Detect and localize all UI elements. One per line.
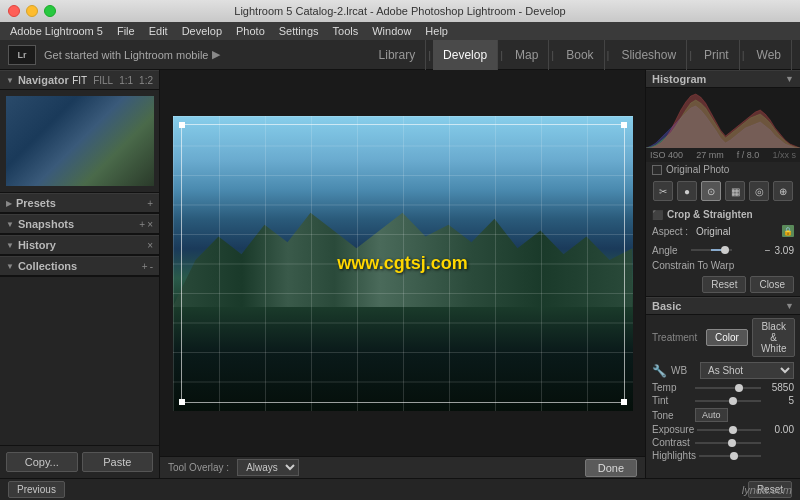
histogram-menu[interactable]: ▼ — [785, 74, 794, 84]
done-button[interactable]: Done — [585, 459, 637, 477]
focal-value: 27 mm — [696, 150, 724, 160]
snapshots-plus[interactable]: + — [139, 219, 145, 230]
lr-mobile-arrow: ▶ — [212, 48, 220, 61]
close-button[interactable] — [8, 5, 20, 17]
nav-fit-btn[interactable]: FIT — [72, 75, 87, 86]
temp-thumb[interactable] — [735, 384, 743, 392]
menu-file[interactable]: File — [111, 22, 141, 40]
snapshots-label: Snapshots — [18, 218, 139, 230]
aspect-lock-icon[interactable]: 🔒 — [782, 225, 794, 237]
menu-develop[interactable]: Develop — [176, 22, 228, 40]
basic-header[interactable]: Basic ▼ — [646, 297, 800, 315]
presets-plus[interactable]: + — [147, 198, 153, 209]
basic-menu-icon[interactable]: ▼ — [785, 301, 794, 311]
histogram-header[interactable]: Histogram ▼ — [646, 70, 800, 88]
tool-redeye[interactable]: ⊙ — [701, 181, 721, 201]
separator: | — [426, 40, 433, 70]
tone-label: Tone — [652, 410, 692, 421]
highlights-thumb[interactable] — [730, 452, 738, 460]
separator: | — [498, 40, 505, 70]
separator: | — [687, 40, 694, 70]
previous-button[interactable]: Previous — [8, 481, 65, 498]
angle-slider[interactable] — [691, 244, 732, 256]
center-toolbar: Tool Overlay : Always Done — [160, 456, 645, 478]
contrast-thumb[interactable] — [728, 439, 736, 447]
navigator-header[interactable]: ▼ Navigator FIT FILL 1:1 1:2 — [0, 70, 159, 90]
lr-mobile-text[interactable]: Get started with Lightroom mobile — [44, 49, 208, 61]
tint-slider[interactable] — [695, 396, 761, 406]
menu-help[interactable]: Help — [419, 22, 454, 40]
presets-header[interactable]: ▶ Presets + — [0, 193, 159, 213]
module-web[interactable]: Web — [747, 40, 792, 70]
wb-eyedropper-icon[interactable]: 🔧 — [652, 364, 667, 378]
exposure-thumb[interactable] — [729, 426, 737, 434]
center-panel: www.cgtsj.com Tool Overlay : Always Done — [160, 70, 645, 478]
wb-select[interactable]: As Shot — [700, 362, 794, 379]
tool-label: Crop & Straighten — [667, 209, 753, 220]
navigator-triangle: ▼ — [6, 76, 14, 85]
highlights-slider[interactable] — [699, 451, 761, 461]
snapshots-x[interactable]: × — [147, 219, 153, 230]
exposure-slider[interactable] — [697, 425, 761, 435]
history-header[interactable]: ▼ History × — [0, 235, 159, 255]
snapshots-section: ▼ Snapshots + × — [0, 214, 159, 235]
menu-tools[interactable]: Tools — [327, 22, 365, 40]
module-print[interactable]: Print — [694, 40, 740, 70]
nav-fill-btn[interactable]: FILL — [93, 75, 113, 86]
module-book[interactable]: Book — [556, 40, 604, 70]
collections-plus[interactable]: + — [142, 261, 148, 272]
tool-adjustment[interactable]: ⊕ — [773, 181, 793, 201]
navigator-thumbnail[interactable] — [6, 96, 154, 186]
tool-overlay-label: Tool Overlay : — [168, 462, 229, 473]
menu-lightroom[interactable]: Adobe Lightroom 5 — [4, 22, 109, 40]
collections-header[interactable]: ▼ Collections + - — [0, 256, 159, 276]
angle-label: Angle — [652, 245, 687, 256]
bw-button[interactable]: Black & White — [752, 318, 796, 357]
tint-thumb[interactable] — [729, 397, 737, 405]
exposure-track — [697, 429, 761, 431]
original-photo-checkbox[interactable] — [652, 165, 662, 175]
angle-value: − — [736, 245, 771, 256]
nav-1-2-btn[interactable]: 1:2 — [139, 75, 153, 86]
crop-reset-button[interactable]: Reset — [702, 276, 746, 293]
tint-track — [695, 400, 761, 402]
color-button[interactable]: Color — [706, 329, 748, 346]
maximize-button[interactable] — [44, 5, 56, 17]
collections-minus[interactable]: - — [150, 261, 153, 272]
temp-slider[interactable] — [695, 383, 761, 393]
paste-button[interactable]: Paste — [82, 452, 154, 472]
history-triangle: ▼ — [6, 241, 14, 250]
treatment-label: Treatment — [652, 332, 702, 343]
menu-settings[interactable]: Settings — [273, 22, 325, 40]
tool-buttons-row: ✂ ● ⊙ ▦ ◎ ⊕ — [646, 177, 800, 205]
menu-photo[interactable]: Photo — [230, 22, 271, 40]
module-map[interactable]: Map — [505, 40, 549, 70]
snapshots-triangle: ▼ — [6, 220, 14, 229]
snapshots-header[interactable]: ▼ Snapshots + × — [0, 214, 159, 234]
photo-container[interactable]: www.cgtsj.com — [173, 116, 633, 411]
tint-label: Tint — [652, 395, 692, 406]
menu-edit[interactable]: Edit — [143, 22, 174, 40]
tool-gradient[interactable]: ▦ — [725, 181, 745, 201]
photo-background — [173, 116, 633, 411]
angle-thumb[interactable] — [721, 246, 729, 254]
crop-close-button[interactable]: Close — [750, 276, 794, 293]
nav-1-1-btn[interactable]: 1:1 — [119, 75, 133, 86]
tool-crop[interactable]: ✂ — [653, 181, 673, 201]
tone-auto-button[interactable]: Auto — [695, 408, 728, 422]
module-library[interactable]: Library — [369, 40, 427, 70]
tint-value: 5 — [764, 395, 794, 406]
minimize-button[interactable] — [26, 5, 38, 17]
collections-triangle: ▼ — [6, 262, 14, 271]
module-develop[interactable]: Develop — [433, 40, 498, 70]
tool-overlay-select[interactable]: Always — [237, 459, 299, 476]
menu-window[interactable]: Window — [366, 22, 417, 40]
contrast-slider[interactable] — [695, 438, 761, 448]
copy-button[interactable]: Copy... — [6, 452, 78, 472]
crop-buttons-row: Reset Close — [646, 273, 800, 297]
lr-logo: Lr — [8, 45, 36, 65]
history-x[interactable]: × — [147, 240, 153, 251]
tool-spot[interactable]: ● — [677, 181, 697, 201]
tool-radial[interactable]: ◎ — [749, 181, 769, 201]
module-slideshow[interactable]: Slideshow — [611, 40, 687, 70]
